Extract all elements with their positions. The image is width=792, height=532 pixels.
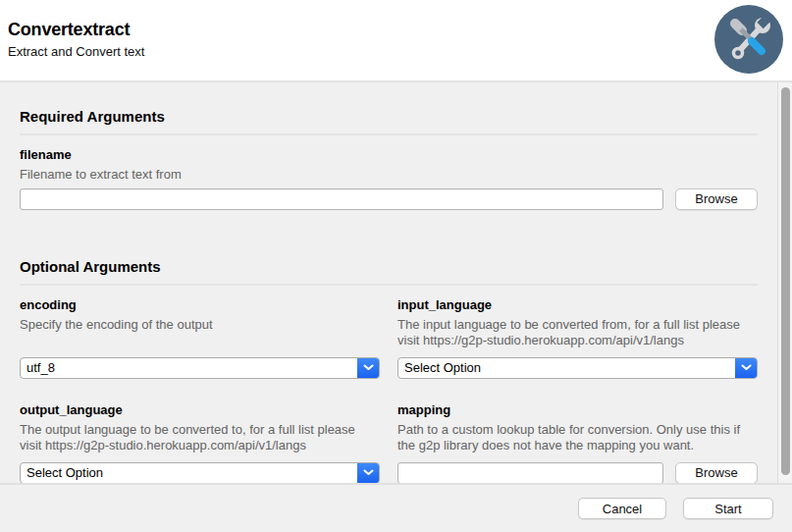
input-language-dropdown[interactable]: Select Option <box>397 357 758 379</box>
input-language-help: The input language to be converted from,… <box>397 317 758 349</box>
optional-section-divider <box>20 284 758 286</box>
encoding-label: encoding <box>20 297 380 313</box>
required-section-divider <box>20 133 758 135</box>
filename-label: filename <box>20 147 758 163</box>
input-language-dropdown-value: Select Option <box>398 358 735 378</box>
encoding-help: Specify the encoding of the output <box>20 317 380 334</box>
optional-arguments-heading: Optional Arguments <box>20 258 758 275</box>
page-subtitle: Extract and Convert text <box>8 44 782 59</box>
mapping-input[interactable] <box>397 462 663 484</box>
encoding-field-group: encoding Specify the encoding of the out… <box>20 297 380 379</box>
cancel-button[interactable]: Cancel <box>578 498 666 519</box>
mapping-label: mapping <box>397 402 758 418</box>
mapping-control-row: Browse <box>397 462 758 484</box>
page-title: Convertextract <box>8 20 782 40</box>
header: Convertextract Extract and Convert text <box>0 0 792 80</box>
filename-help: Filename to extract text from <box>20 167 758 184</box>
required-arguments-heading: Required Arguments <box>20 108 758 125</box>
optional-fields-grid: encoding Specify the encoding of the out… <box>20 297 758 484</box>
chevron-down-icon[interactable] <box>357 358 379 378</box>
spacer <box>397 454 758 462</box>
output-language-help: The output language to be converted to, … <box>20 422 380 454</box>
scrollbar-thumb[interactable] <box>781 87 790 475</box>
spacer <box>20 454 380 462</box>
output-language-field-group: output_language The output language to b… <box>20 402 380 484</box>
filename-field-group: filename Filename to extract text from B… <box>20 147 758 210</box>
app-window: Convertextract Extract and Convert text … <box>0 0 792 532</box>
form-content: Required Arguments filename Filename to … <box>0 108 792 483</box>
output-language-dropdown[interactable]: Select Option <box>20 462 380 484</box>
chevron-down-icon[interactable] <box>357 463 379 483</box>
form-body: Required Arguments filename Filename to … <box>0 82 792 483</box>
input-language-field-group: input_language The input language to be … <box>397 297 758 379</box>
mapping-field-group: mapping Path to a custom lookup table fo… <box>397 402 758 484</box>
chevron-down-icon[interactable] <box>735 358 757 378</box>
encoding-dropdown-value: utf_8 <box>21 358 357 378</box>
filename-input[interactable] <box>20 188 663 210</box>
output-language-label: output_language <box>20 402 380 418</box>
mapping-help: Path to a custom lookup table for conver… <box>397 422 758 454</box>
input-language-label: input_language <box>397 297 758 313</box>
filename-browse-button[interactable]: Browse <box>675 188 758 210</box>
tools-icon <box>714 5 783 74</box>
spacer <box>20 333 380 341</box>
output-language-dropdown-value: Select Option <box>21 463 357 483</box>
filename-control-row: Browse <box>20 188 758 210</box>
encoding-dropdown[interactable]: utf_8 <box>20 357 380 379</box>
start-button[interactable]: Start <box>683 498 773 519</box>
footer: Cancel Start <box>0 483 792 532</box>
scrollbar[interactable] <box>777 82 792 483</box>
mapping-browse-button[interactable]: Browse <box>675 462 758 484</box>
spacer <box>397 349 758 357</box>
